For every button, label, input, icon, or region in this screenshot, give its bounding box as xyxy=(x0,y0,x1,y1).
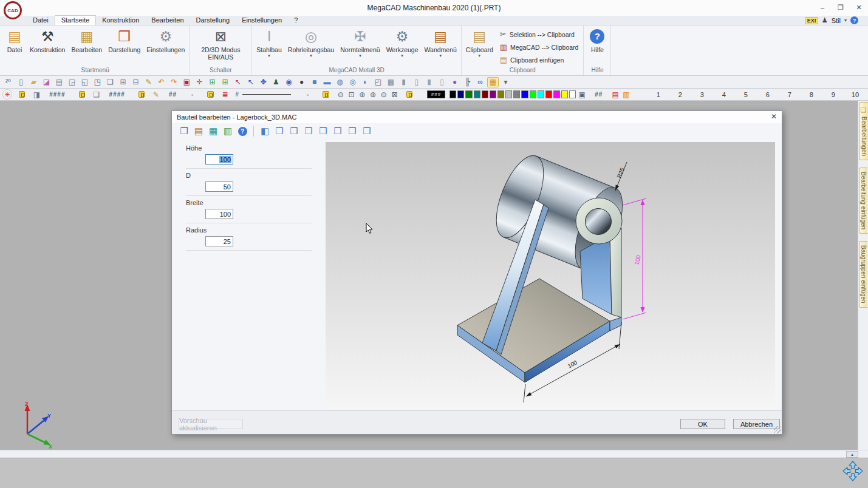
color-swatch-ffff00[interactable] xyxy=(561,90,568,98)
menu-tab-darstellung[interactable]: Darstellung xyxy=(190,16,236,25)
prt-stamp-icon[interactable]: ▣ xyxy=(181,77,193,87)
lock-3-icon[interactable] xyxy=(138,91,145,98)
side-tab-baugruppen-einfuegen[interactable]: Baugruppen einfügen xyxy=(859,241,867,308)
cylinder-4-icon[interactable]: ▯ xyxy=(436,77,448,87)
layer-number-7[interactable]: 7 xyxy=(779,91,801,98)
ribbon-item-selektion-clipboard[interactable]: ✂Selektion --> Clipboard xyxy=(496,28,583,41)
view-left-icon[interactable]: ❒ xyxy=(317,125,329,137)
color-swatch-800080[interactable] xyxy=(490,90,496,98)
status-expand-button[interactable]: ▴ xyxy=(846,451,858,458)
select-scale-icon[interactable]: ↖ xyxy=(245,77,256,87)
zoom-out-icon[interactable]: ⊖ xyxy=(336,89,346,100)
cube-blue-icon[interactable]: ■ xyxy=(309,77,320,87)
new-file-icon[interactable]: ▯ xyxy=(15,77,27,87)
print-preview-icon[interactable]: ◲ xyxy=(66,77,78,87)
dialog-resize-grip[interactable] xyxy=(774,426,781,433)
layer-number-4[interactable]: 4 xyxy=(713,91,735,98)
select-rotate-icon[interactable]: ↖ xyxy=(232,77,244,87)
ok-button[interactable]: OK xyxy=(680,419,725,429)
line-style-selector[interactable]: # xyxy=(236,91,295,98)
pages-gear-icon[interactable]: ❏ xyxy=(104,77,116,87)
ribbon-item-werkzeuge[interactable]: ⚙Werkzeuge▾ xyxy=(383,26,422,59)
disc-3-icon[interactable]: ◐ xyxy=(360,77,371,87)
image-frame-icon[interactable]: ▣ xyxy=(577,89,587,100)
layer-number-3[interactable]: 3 xyxy=(691,91,713,98)
zoom-previous-icon[interactable]: ⊖ xyxy=(379,89,389,100)
ribbon-item-rohrleitungsbau[interactable]: ◎Rohrleitungsbau▾ xyxy=(285,26,337,59)
ribbon-item-stahlbau[interactable]: ΙStahlbau▾ xyxy=(253,26,284,59)
ribbon-item-clipboard-einfuegen[interactable]: ▤Clipboard einfügen xyxy=(496,53,583,66)
field-input-breite[interactable]: 100 xyxy=(205,209,233,219)
cylinder-2-icon[interactable]: ▯ xyxy=(411,77,422,87)
layer-colors-icon[interactable]: ▦ xyxy=(487,77,499,87)
page-settings-icon[interactable]: ◱ xyxy=(79,77,91,87)
field-input-hoehe[interactable]: 100 xyxy=(205,154,233,164)
pen-style-icon[interactable]: ✎ xyxy=(151,89,161,100)
view-bottom-icon[interactable]: ❒ xyxy=(346,125,358,137)
view-dimetric-icon[interactable]: ❒ xyxy=(361,125,373,137)
ribbon-item-clipboard[interactable]: ▤Clipboard▾ xyxy=(463,26,496,59)
redraw-marker-icon[interactable]: ✳ xyxy=(2,89,12,100)
help-icon[interactable]: ? xyxy=(850,16,858,24)
copy-icon[interactable]: ❐ xyxy=(178,125,190,137)
line-weight-icon[interactable]: ≣ xyxy=(220,89,230,100)
user-icon[interactable]: ♟ xyxy=(822,16,828,24)
zoom-in-icon[interactable]: ⊕ xyxy=(368,89,378,100)
current-color-swatch[interactable]: ### xyxy=(427,90,445,98)
person-axes-icon[interactable]: ♟ xyxy=(270,77,282,87)
abbrechen-button[interactable]: Abbrechen xyxy=(733,419,780,429)
layer-number-2[interactable]: 2 xyxy=(669,91,691,98)
redo-icon[interactable]: ↷ xyxy=(168,77,180,87)
layer-palette-icon[interactable]: ▤ xyxy=(610,89,620,100)
side-tab-bearbeitung-einfuegen[interactable]: Bearbeitung einfügen xyxy=(859,168,867,234)
cuboid-blue-icon[interactable]: ▬ xyxy=(321,77,333,87)
color-swatch-008080[interactable] xyxy=(474,90,480,98)
color-swatch-000000[interactable] xyxy=(449,90,456,98)
window-restore-button[interactable]: ❐ xyxy=(832,0,850,15)
color-swatch-008000[interactable] xyxy=(465,90,472,98)
field-input-radius[interactable]: 25 xyxy=(205,236,233,246)
menu-tab-konstruktion[interactable]: Konstruktion xyxy=(96,16,145,25)
search-00-icon[interactable]: ∞ xyxy=(474,77,486,87)
ribbon-item-mode-2d3d[interactable]: ⊠2D/3D Modus EIN/AUS xyxy=(191,26,250,61)
view-iso-icon[interactable]: ◧ xyxy=(259,125,271,137)
signature-icon[interactable]: ✎ xyxy=(143,77,154,87)
view-front-icon[interactable]: ❒ xyxy=(288,125,300,137)
window-close-button[interactable]: ✕ xyxy=(850,0,868,15)
table-icon[interactable]: ▥ xyxy=(222,125,234,137)
layer-number-6[interactable]: 6 xyxy=(757,91,779,98)
color-swatch-00ffff[interactable] xyxy=(538,90,544,98)
pan-navigation-icon[interactable] xyxy=(842,460,864,482)
view-back-icon[interactable]: ❒ xyxy=(302,125,315,137)
layer-number-8[interactable]: 8 xyxy=(801,91,822,98)
disc-1-icon[interactable]: ◍ xyxy=(334,77,346,87)
window-minimize-button[interactable]: – xyxy=(813,0,832,15)
ribbon-item-darstellung[interactable]: ❒Darstellung xyxy=(105,26,143,54)
color-swatch-00ff00[interactable] xyxy=(530,90,536,98)
zoom-full-icon[interactable]: ⊠ xyxy=(390,89,400,100)
color-swatch-c0c0c0[interactable] xyxy=(505,90,512,98)
measure-axes-icon[interactable]: ✛ xyxy=(194,77,205,87)
opgl-sphere-icon[interactable]: ● xyxy=(449,77,460,87)
stil-dropdown[interactable]: Stil xyxy=(832,17,841,24)
calculator-icon[interactable]: ▦ xyxy=(207,125,219,137)
window-down-icon[interactable]: ⊟ xyxy=(130,77,142,87)
color-swatch-ff00ff[interactable] xyxy=(553,90,560,98)
snap-20-icon[interactable]: ²⁰ xyxy=(2,77,14,87)
lock-layer-icon[interactable] xyxy=(19,91,25,98)
cylinder-1-icon[interactable]: ▮ xyxy=(398,77,409,87)
menu-tab-startseite[interactable]: Startseite xyxy=(55,15,96,25)
ribbon-item-konstruktion[interactable]: ⚒Konstruktion xyxy=(27,26,68,54)
lock-6-icon[interactable] xyxy=(406,91,412,98)
zoom-window-icon[interactable]: ⊡ xyxy=(347,89,357,100)
dialog-titlebar[interactable]: Bauteil bearbeiten - Lagerbock_3D.MAC ✕ xyxy=(172,111,782,123)
page-export-icon[interactable]: ◳ xyxy=(92,77,103,87)
layer-number-5[interactable]: 5 xyxy=(735,91,757,98)
side-tab-bearbeitungen[interactable]: ❏Bearbeitungen xyxy=(859,102,868,160)
color-swatch-808080[interactable] xyxy=(513,90,520,98)
overflow-icon[interactable]: ▾ xyxy=(500,77,511,87)
lock-2-icon[interactable] xyxy=(79,91,85,98)
globe-icon[interactable]: ◉ xyxy=(283,77,295,87)
help-icon[interactable]: ? xyxy=(236,125,248,137)
ribbon-item-einstellungen[interactable]: ⚙Einstellungen xyxy=(143,26,188,54)
